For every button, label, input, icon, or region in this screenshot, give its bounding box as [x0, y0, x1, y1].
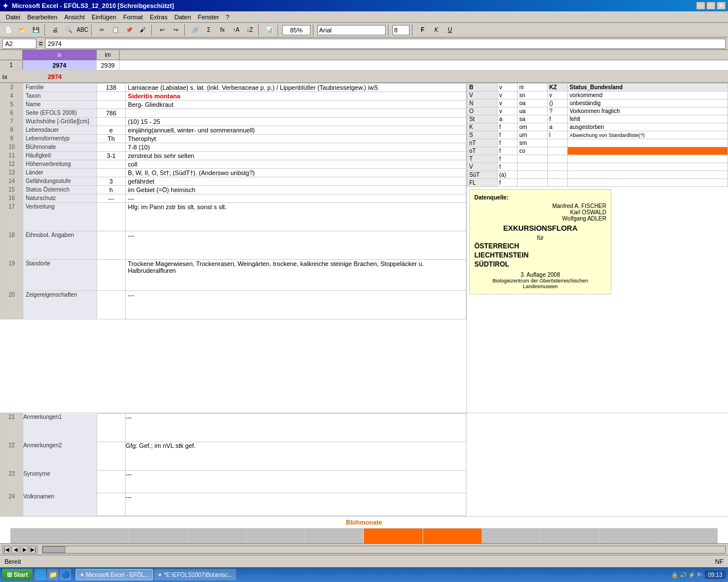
quicklaunch-browser[interactable]: 🔵 — [60, 569, 71, 580]
cut-btn[interactable]: ✂ — [96, 24, 108, 36]
minimize-btn[interactable]: ─ — [696, 2, 705, 10]
val-laender: B, W, II, O, St†; (SüdT†). (Anderswo unb… — [125, 169, 466, 177]
sheet-nav-last[interactable]: ▶| — [30, 546, 38, 554]
table-row: St a sa f fehlt — [468, 115, 728, 123]
menu-extras[interactable]: Extras — [146, 13, 171, 22]
underline-btn[interactable]: U — [444, 24, 456, 36]
font-size-selector[interactable] — [392, 25, 410, 35]
quicklaunch-ie[interactable]: 🌐 — [35, 569, 46, 580]
menu-datei[interactable]: Datei — [2, 13, 24, 22]
table-row: 24 Volksnamen --- — [1, 493, 466, 516]
scrollbar-thumb[interactable] — [43, 546, 65, 553]
sheet-nav-first[interactable]: |◀ — [2, 546, 10, 554]
table-row: 3 Familie 138 Lamiaceae (Labiatae) s. la… — [1, 84, 466, 92]
edition: 3. Auflage 2008 — [474, 272, 606, 278]
cell-im-value[interactable]: 2939 — [97, 60, 119, 70]
undo-btn[interactable]: ↩ — [156, 24, 168, 36]
zoom-box[interactable]: 85% — [282, 25, 311, 35]
val-synonyme: --- — [125, 471, 466, 493]
table-row: K f om a ausgestorben — [468, 123, 728, 131]
close-btn[interactable]: ✕ — [717, 2, 726, 10]
author3: Wolfgang ADLER — [474, 215, 606, 222]
label-verbreitung: Verbreitung — [23, 203, 97, 231]
quicklaunch-folder[interactable]: 📁 — [47, 569, 59, 580]
preview-btn[interactable]: 🔍 — [63, 24, 75, 36]
menu-format[interactable]: Format — [119, 13, 146, 22]
spellcheck-btn[interactable]: ABC — [76, 24, 89, 36]
table-row: 5 Name Berg- Gliedkraut — [1, 101, 466, 109]
cell-ix-value[interactable]: 2974 — [23, 60, 97, 70]
sheet-nav-next[interactable]: ▶ — [20, 546, 28, 554]
redo-btn[interactable]: ↪ — [169, 24, 182, 36]
val-standorte: Trockene Magerwiesen, Trockenrasen, Wein… — [125, 260, 466, 291]
maximize-btn[interactable]: □ — [706, 2, 715, 10]
start-button[interactable]: ⊞ Start — [2, 569, 32, 580]
row-number-1: 1 — [0, 60, 23, 70]
print-btn[interactable]: 🖨 — [49, 24, 61, 36]
menu-bearbeiten[interactable]: Bearbeiten — [24, 13, 61, 22]
right-panel: B v ni KZ Status_Bundesland V v sn v vor… — [466, 83, 728, 413]
sheet-tabs-area: |◀ ◀ ▶ ▶| — [0, 543, 728, 555]
table-row: T f — [468, 155, 728, 163]
hyperlink-btn[interactable]: 🔗 — [189, 24, 201, 36]
table-row: 15 Status Österreich h im Gebiet (=Ö) he… — [1, 186, 466, 194]
label-standorte: Standorte — [23, 260, 97, 291]
autosum-btn[interactable]: Σ — [202, 24, 215, 36]
cell-reference[interactable]: A2 — [2, 39, 36, 49]
datenquelle-container: Datenquelle: Manfred A. FISCHER Karl OSW… — [467, 187, 728, 297]
sheet-nav-prev[interactable]: ◀ — [11, 546, 19, 554]
table-row: 20 Zeigereigenschaften --- — [1, 291, 466, 319]
lower-data-area: 21 Anmerkungen1 --- 22 Anmerkungen2 Gfg:… — [0, 413, 728, 516]
chart-title: Blühmonate — [5, 519, 723, 526]
open-btn[interactable]: 📂 — [16, 24, 28, 36]
country1: ÖSTERREICH — [474, 242, 606, 250]
row-number-header — [0, 50, 23, 60]
menu-fenster[interactable]: Fenster — [195, 13, 222, 22]
val-name: Berg- Gliedkraut — [125, 101, 466, 109]
label-hoehenverbreitung: Höhenverbreitung — [23, 160, 97, 169]
val-status-oesterreich: im Gebiet (=Ö) heimisch — [125, 186, 466, 194]
sort-desc-btn[interactable]: ↓Z — [243, 24, 256, 36]
table-row: nT f sm — [468, 139, 728, 147]
label-gefaehrdungsstufe: Gefährdungsstufe — [23, 177, 97, 186]
function-btn[interactable]: fx — [216, 24, 229, 36]
datenquelle-label: Datenquelle: — [474, 194, 606, 201]
italic-btn[interactable]: K — [430, 24, 442, 36]
chart-btn[interactable]: 📊 — [263, 24, 275, 36]
copy-btn[interactable]: 📋 — [109, 24, 122, 36]
val-bluehmonate: 7-8 (10) — [125, 143, 466, 152]
bold-btn[interactable]: F — [416, 24, 429, 36]
taskbar-botanik[interactable]: ✦ *E:\EFOLS2007\Botanisc... — [154, 569, 236, 580]
author2: Karl OSWALD — [474, 209, 606, 215]
menu-daten[interactable]: Daten — [171, 13, 194, 22]
font-selector[interactable] — [317, 25, 386, 35]
formula-bar: A2 = 2974 — [0, 38, 728, 50]
status-right: NF — [715, 558, 723, 565]
label-lebensdauer: Lebensdauer — [23, 126, 97, 135]
sort-asc-btn[interactable]: ↑A — [230, 24, 242, 36]
val-haeufigkeit: zerstreut bis sehr selten — [125, 152, 466, 160]
country3: SÜDTIROL — [474, 260, 606, 268]
new-btn[interactable]: 📄 — [2, 24, 15, 36]
datenquelle-box: Datenquelle: Manfred A. FISCHER Karl OSW… — [469, 189, 611, 294]
format-painter-btn[interactable]: 🖌 — [136, 24, 149, 36]
col-ix-header: ix — [23, 50, 97, 60]
book-title: EXKURSIONSFLORA — [474, 224, 606, 232]
menu-einfuegen[interactable]: Einfügen — [88, 13, 119, 22]
table-row: O v ua ? Vorkommen fraglich — [468, 107, 728, 115]
table-row: S f um l Abweichung von Standardliste(?) — [468, 131, 728, 139]
label-status-oesterreich: Status Österreich — [23, 186, 97, 194]
table-row: V f — [468, 163, 728, 171]
status-nf: NF — [715, 558, 723, 565]
val-verbreitung: Hfg: im Pann zstr bis slt, sonst s slt. — [125, 203, 466, 231]
taskbar-excel[interactable]: ✦ Microsoft Excel - EFÖL... — [76, 569, 153, 580]
save-btn[interactable]: 💾 — [30, 24, 42, 36]
label-familie: Familie — [23, 84, 97, 92]
menu-help[interactable]: ? — [222, 13, 233, 22]
menu-ansicht[interactable]: Ansicht — [61, 13, 88, 22]
formula-input[interactable]: 2974 — [45, 39, 726, 49]
horizontal-scrollbar[interactable] — [42, 546, 726, 554]
val-anmerkungen2: Gfg: Gef.; im nVL stk gef. — [125, 442, 466, 471]
val-familie: Lamiaceae (Labiatae) s. lat. (inkl. Verb… — [125, 84, 466, 92]
paste-btn[interactable]: 📌 — [123, 24, 135, 36]
